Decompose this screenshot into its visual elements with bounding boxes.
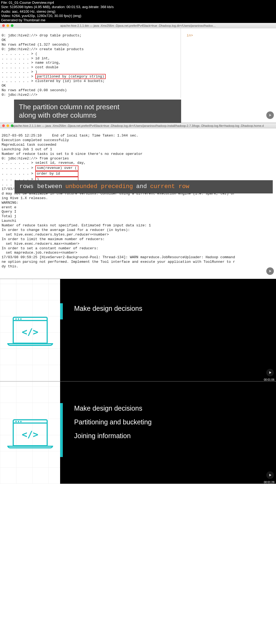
terminal-main[interactable]: 2017-03-05 12:25:10 End of local task; T… xyxy=(0,128,276,279)
meta-video: Video: h264, yuv420p, 1280x720, 30.00 fp… xyxy=(1,14,275,18)
window-title: apache-hive-2.1.1-bin — java -Xmx256m -D… xyxy=(0,24,276,27)
maximize-icon[interactable] xyxy=(11,124,13,127)
minimize-icon[interactable] xyxy=(6,124,9,127)
play-icon[interactable] xyxy=(266,111,274,119)
bullet-1: Make design decisions xyxy=(74,404,265,412)
thumbnail-1: apache-hive-2.1.1-bin — java -Xmx256m -D… xyxy=(0,23,276,123)
mac-titlebar: apache-hive-2.1.1-bin — java -Xmx256m -D… xyxy=(0,123,276,128)
accent-bar xyxy=(60,403,63,457)
laptop-icon: </> xyxy=(13,419,48,446)
slide-left-art: </> xyxy=(0,279,60,381)
highlight-sum-over: sum(revenue) over ( xyxy=(35,165,78,171)
highlight-partition: partitioned by (category string) xyxy=(35,74,106,79)
play-icon[interactable] xyxy=(266,267,274,275)
meta-size: Size: 5195398 bytes (4.95 MiB), duration… xyxy=(1,5,275,9)
thumbnail-4: </> Make design decisions Partitioning a… xyxy=(0,381,276,484)
window-title: apache-hive-2.1.1-bin — java -Xmx256m -D… xyxy=(0,124,276,127)
timestamp: 00:00:30 xyxy=(264,120,274,123)
overlay-caption: The partition column not present along w… xyxy=(14,100,181,123)
minimize-icon[interactable] xyxy=(6,24,9,27)
highlight-order-by: order by id xyxy=(35,171,78,177)
bullet-1: Make design decisions xyxy=(74,305,265,312)
thumbnail-3: </> Make design decisions 00:01:06 xyxy=(0,279,276,381)
accent-bar xyxy=(60,303,63,319)
slide-left-art: </> xyxy=(0,381,60,484)
overlay-caption: rows between unbounded preceding and cur… xyxy=(15,180,273,193)
bullet-3: Joining information xyxy=(74,432,265,440)
terminal-side[interactable]: in> xyxy=(181,28,276,98)
video-metadata-block: File: 01_01-Course Overview.mp4 Size: 51… xyxy=(0,0,276,23)
timestamp: 00:01:06 xyxy=(264,378,274,381)
bullet-2: Partitioning and bucketing xyxy=(74,418,265,426)
close-icon[interactable] xyxy=(2,124,5,127)
slide-right: Make design decisions xyxy=(60,279,276,381)
play-icon[interactable] xyxy=(266,369,274,376)
play-icon[interactable] xyxy=(266,471,274,479)
meta-file: File: 01_01-Course Overview.mp4 xyxy=(1,1,275,5)
close-icon[interactable] xyxy=(2,24,5,27)
maximize-icon[interactable] xyxy=(11,24,13,27)
terminal-main[interactable]: 0: jdbc:hive2://> drop table products; O… xyxy=(0,28,181,98)
meta-audio: Audio: aac, 44100 Hz, stereo (eng) xyxy=(1,9,275,14)
mac-titlebar: apache-hive-2.1.1-bin — java -Xmx256m -D… xyxy=(0,23,276,28)
timestamp: 00:00:52 xyxy=(264,276,274,279)
thumbnail-2: apache-hive-2.1.1-bin — java -Xmx256m -D… xyxy=(0,123,276,279)
meta-gen: Generated by Thumbnail me xyxy=(1,18,275,22)
timestamp: 00:01:28 xyxy=(264,481,274,484)
slide-right: Make design decisions Partitioning and b… xyxy=(60,381,276,484)
laptop-icon: </> xyxy=(13,317,48,344)
